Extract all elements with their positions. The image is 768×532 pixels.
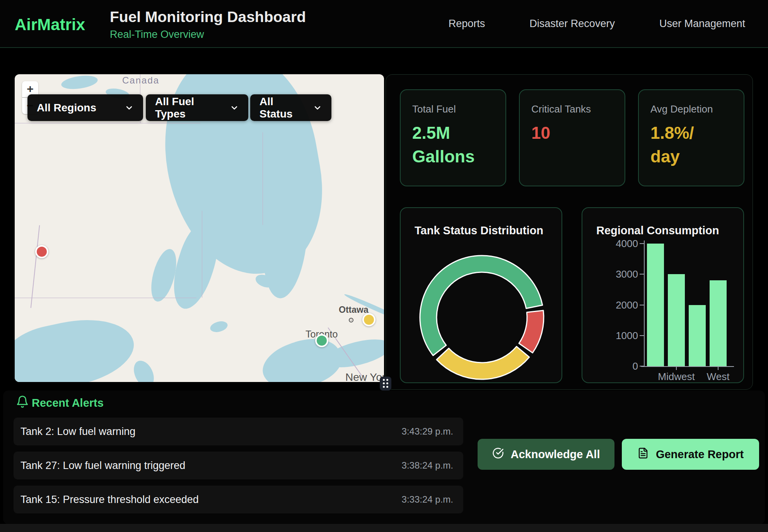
x-axis-tick-mark bbox=[718, 367, 719, 370]
bell-icon bbox=[16, 395, 29, 410]
map-panel[interactable]: Canada Ottawa Toronto New York + − All R… bbox=[15, 74, 384, 382]
chevron-down-icon bbox=[220, 103, 239, 113]
y-axis-tick-mark bbox=[640, 274, 644, 275]
map-border-line bbox=[15, 123, 200, 123]
bar-northeast bbox=[647, 244, 664, 366]
alert-row[interactable]: Tank 27: Low fuel warning triggered 3:38… bbox=[14, 452, 463, 479]
stat-value: 1.8%/ day bbox=[650, 121, 732, 168]
chart-title: Tank Status Distribution bbox=[415, 224, 543, 237]
metrics-panel: Total Fuel 2.5M Gallons Critical Tanks 1… bbox=[386, 74, 753, 390]
y-axis-tick-mark bbox=[640, 366, 644, 367]
nav-item-user-management[interactable]: User Management bbox=[659, 18, 745, 30]
chevron-down-icon bbox=[303, 103, 322, 113]
map-border-line bbox=[31, 225, 40, 308]
y-axis-tick-label: 1000 bbox=[597, 330, 638, 342]
x-axis-tick-mark bbox=[676, 367, 677, 370]
bar-west bbox=[710, 280, 727, 366]
map-label-new-york: New York bbox=[345, 371, 384, 382]
map-label-canada: Canada bbox=[122, 75, 159, 86]
alert-message: Tank 27: Low fuel warning triggered bbox=[20, 460, 185, 472]
region-filter-value: All Regions bbox=[37, 102, 96, 114]
map-border-line bbox=[202, 211, 202, 298]
y-axis-tick-label: 4000 bbox=[597, 238, 638, 250]
generate-report-button[interactable]: Generate Report bbox=[622, 439, 759, 470]
alert-timestamp: 3:43:29 p.m. bbox=[402, 426, 453, 437]
alerts-title: Recent Alerts bbox=[32, 397, 104, 409]
map-border-line bbox=[263, 132, 263, 225]
alert-timestamp: 3:38:24 p.m. bbox=[402, 460, 453, 471]
donut-segment-warning bbox=[437, 346, 529, 379]
y-axis-tick-label: 2000 bbox=[597, 299, 638, 311]
fuel-type-filter-dropdown[interactable]: All Fuel Types bbox=[146, 94, 248, 121]
bar-midwest bbox=[668, 274, 685, 366]
y-axis-tick-mark bbox=[640, 335, 644, 336]
bar-chart-x-axis bbox=[641, 366, 734, 367]
stat-value: 10 bbox=[531, 121, 613, 145]
tank-status-chart-card: Tank Status Distribution bbox=[400, 207, 562, 383]
alert-message: Tank 2: Low fuel warning bbox=[20, 426, 135, 438]
dashboard: AirMatrix Fuel Monitoring Dashboard Real… bbox=[0, 0, 768, 532]
acknowledge-all-button[interactable]: Acknowledge All bbox=[478, 439, 614, 470]
map-border-line bbox=[15, 298, 196, 298]
map-water-body bbox=[60, 74, 99, 91]
ottawa-town-icon bbox=[349, 318, 353, 322]
alert-timestamp: 3:33:24 p.m. bbox=[402, 494, 453, 505]
donut-segment-critical bbox=[519, 310, 544, 353]
check-circle-icon bbox=[492, 447, 504, 462]
regional-consumption-chart-card: Regional Consumption 01000200030004000Mi… bbox=[582, 207, 744, 383]
map-water-body bbox=[130, 358, 158, 382]
document-icon bbox=[637, 447, 649, 462]
main-nav: Reports Disaster Recovery User Managemen… bbox=[449, 18, 745, 30]
brand-logo[interactable]: AirMatrix bbox=[15, 15, 85, 34]
tank-status-donut-chart bbox=[416, 252, 548, 383]
status-filter-dropdown[interactable]: All Status bbox=[250, 94, 331, 121]
resize-grip-handle[interactable] bbox=[380, 377, 391, 390]
alert-row[interactable]: Tank 2: Low fuel warning 3:43:29 p.m. bbox=[14, 418, 463, 445]
stat-card-total-fuel: Total Fuel 2.5M Gallons bbox=[400, 89, 506, 186]
y-axis-tick-label: 3000 bbox=[597, 268, 638, 280]
header: AirMatrix Fuel Monitoring Dashboard Real… bbox=[0, 0, 768, 48]
nav-item-reports[interactable]: Reports bbox=[449, 18, 485, 30]
chart-title: Regional Consumption bbox=[596, 224, 719, 237]
page-subtitle: Real-Time Overview bbox=[110, 29, 204, 41]
x-axis-tick-label: West bbox=[687, 371, 749, 383]
y-axis-tick-label: 0 bbox=[597, 360, 638, 372]
bar-chart-y-axis bbox=[644, 240, 645, 367]
region-filter-dropdown[interactable]: All Regions bbox=[27, 94, 143, 121]
stat-label: Avg Depletion bbox=[650, 103, 732, 115]
map-water-body bbox=[15, 309, 140, 382]
map-marker-normal[interactable] bbox=[315, 334, 328, 347]
alert-row[interactable]: Tank 15: Pressure threshold exceeded 3:3… bbox=[14, 486, 463, 513]
stat-label: Total Fuel bbox=[412, 103, 494, 115]
y-axis-tick-mark bbox=[640, 305, 644, 305]
status-filter-value: All Status bbox=[259, 95, 303, 120]
stat-card-critical-tanks: Critical Tanks 10 bbox=[519, 89, 625, 186]
stat-value: 2.5M Gallons bbox=[412, 121, 494, 168]
nav-item-disaster-recovery[interactable]: Disaster Recovery bbox=[529, 18, 615, 30]
y-axis-tick-mark bbox=[640, 243, 644, 244]
map-marker-warning[interactable] bbox=[362, 313, 375, 326]
map-label-ottawa: Ottawa bbox=[339, 305, 369, 315]
chevron-down-icon bbox=[114, 103, 134, 113]
map-water-body bbox=[209, 319, 229, 334]
stat-label: Critical Tanks bbox=[531, 103, 613, 115]
alerts-section: Recent Alerts Tank 2: Low fuel warning 3… bbox=[3, 390, 765, 524]
alert-message: Tank 15: Pressure threshold exceeded bbox=[20, 494, 199, 506]
fuel-type-filter-value: All Fuel Types bbox=[155, 95, 220, 120]
stat-card-avg-depletion: Avg Depletion 1.8%/ day bbox=[638, 89, 744, 186]
bar-south bbox=[689, 305, 706, 367]
page-title: Fuel Monitoring Dashboard bbox=[110, 9, 306, 26]
generate-report-label: Generate Report bbox=[656, 448, 744, 461]
acknowledge-all-label: Acknowledge All bbox=[511, 448, 600, 461]
map-marker-critical[interactable] bbox=[35, 245, 48, 258]
footer-strip bbox=[0, 524, 768, 532]
